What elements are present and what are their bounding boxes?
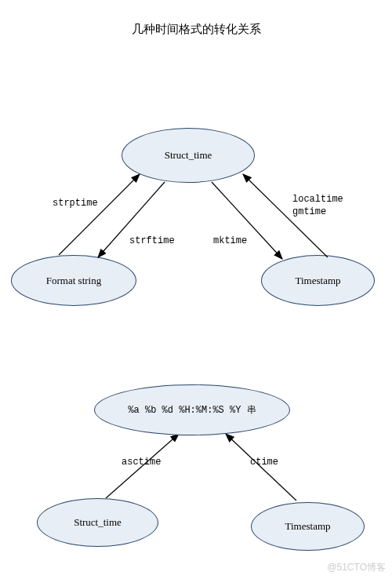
watermark: @51CTO博客 xyxy=(327,561,386,574)
node-label: Struct_time xyxy=(74,516,122,529)
node-label: Timestamp xyxy=(295,275,340,287)
edge-label-strftime: strftime xyxy=(129,235,175,246)
arrow-mktime xyxy=(212,182,282,259)
arrow-strptime xyxy=(59,174,140,255)
node-label: Timestamp xyxy=(285,520,330,533)
edge-label-asctime: asctime xyxy=(122,457,161,468)
node-timestamp-top: Timestamp xyxy=(261,255,375,306)
edge-label-ctime: ctime xyxy=(250,457,278,468)
node-timestamp-bottom: Timestamp xyxy=(251,502,365,551)
node-struct-time-top: Struct_time xyxy=(122,128,255,183)
node-label: Format string xyxy=(46,275,101,287)
edge-label-localtime-gmtime: localtime gmtime xyxy=(292,194,343,218)
node-format-str-bottom: %a %b %d %H:%M:%S %Y 串 xyxy=(94,384,290,435)
node-struct-time-bottom: Struct_time xyxy=(37,498,158,547)
node-label: %a %b %d %H:%M:%S %Y 串 xyxy=(128,403,256,417)
edge-label-strptime: strptime xyxy=(53,198,98,209)
diagram-title: 几种时间格式的转化关系 xyxy=(0,22,392,37)
edge-label-mktime: mktime xyxy=(213,235,247,246)
node-label: Struct_time xyxy=(165,149,212,162)
node-format-string: Format string xyxy=(11,255,136,306)
